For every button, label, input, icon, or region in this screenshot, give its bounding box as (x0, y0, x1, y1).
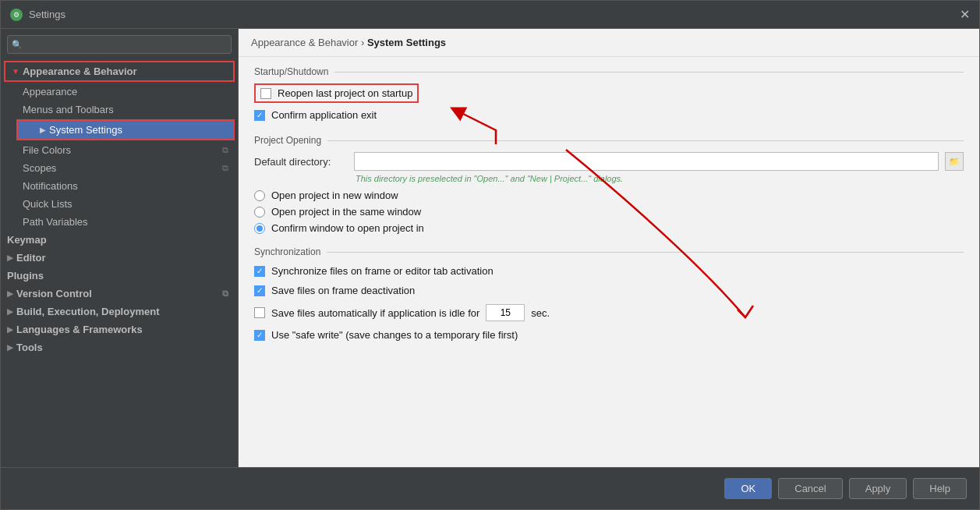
confirm-exit-row: Confirm application exit (254, 108, 964, 122)
safe-write-row: Use "safe write" (save changes to a temp… (254, 328, 964, 342)
reopen-checkbox[interactable] (260, 88, 271, 99)
sidebar-label-path-variables: Path Variables (23, 216, 88, 228)
sidebar-item-notifications[interactable]: Notifications (1, 177, 238, 195)
radio-confirm-window-btn[interactable] (254, 223, 265, 234)
sidebar-label-appearance: Appearance (23, 86, 77, 97)
save-deactivation-checkbox[interactable] (254, 285, 265, 296)
sidebar-label-menus-toolbars: Menus and Toolbars (23, 104, 114, 115)
sidebar-item-tools[interactable]: ▶ Tools (1, 338, 238, 356)
breadcrumb-current: System Settings (367, 37, 446, 48)
sync-label: Synchronization (254, 246, 964, 257)
save-deactivation-label: Save files on frame deactivation (271, 285, 415, 296)
main-content: 🔍 ▼ Appearance & Behavior Appearance Men… (1, 29, 979, 467)
startup-section: Startup/Shutdown Reopen last project on … (254, 66, 964, 122)
sync-files-label: Synchronize files on frame or editor tab… (271, 265, 494, 277)
breadcrumb-separator: › (361, 37, 364, 48)
radio-same-window: Open project in the same window (254, 206, 964, 218)
sidebar-item-scopes[interactable]: Scopes ⧉ (1, 159, 238, 177)
apply-button[interactable]: Apply (849, 478, 907, 499)
cancel-button[interactable]: Cancel (778, 478, 842, 499)
help-button[interactable]: Help (913, 478, 967, 499)
safe-write-checkbox[interactable] (254, 330, 265, 341)
sidebar-label-file-colors: File Colors (23, 144, 71, 156)
reopen-option-row: Reopen last project on startup (254, 83, 419, 103)
sidebar-item-version-control[interactable]: ▶ Version Control ⧉ (1, 285, 238, 303)
directory-hint: This directory is preselected in "Open..… (356, 174, 964, 183)
radio-confirm-window: Confirm window to open project in (254, 222, 964, 234)
search-input[interactable] (7, 35, 232, 54)
file-colors-icon: ⧉ (222, 145, 228, 155)
default-dir-input[interactable] (354, 152, 939, 171)
sidebar-label-editor: Editor (16, 252, 46, 264)
footer: OK Cancel Apply Help (1, 467, 979, 509)
sidebar-item-file-colors[interactable]: File Colors ⧉ (1, 141, 238, 159)
save-idle-suffix: sec. (531, 307, 550, 319)
default-dir-row: Default directory: 📁 (254, 152, 964, 171)
save-deactivation-row: Save files on frame deactivation (254, 283, 964, 298)
sidebar-item-build-execution[interactable]: ▶ Build, Execution, Deployment (1, 303, 238, 321)
sidebar-item-path-variables[interactable]: Path Variables (1, 213, 238, 231)
settings-dialog: ⚙ Settings ✕ 🔍 ▼ Appearance & Behavior A… (0, 0, 980, 510)
sync-files-checkbox[interactable] (254, 266, 265, 277)
sidebar-label-system-settings: System Settings (49, 124, 122, 136)
breadcrumb-parent: Appearance & Behavior (251, 37, 358, 48)
sidebar-label-languages-frameworks: Languages & Frameworks (16, 324, 143, 335)
version-control-icon: ⧉ (222, 289, 228, 299)
reopen-label: Reopen last project on startup (278, 87, 412, 99)
settings-panel: Appearance & Behavior › System Settings … (239, 29, 979, 467)
radio-same-window-btn[interactable] (254, 207, 265, 218)
ok-button[interactable]: OK (724, 478, 772, 499)
browse-folder-button[interactable]: 📁 (945, 152, 964, 171)
settings-panel-wrapper: Appearance & Behavior › System Settings … (239, 29, 979, 467)
sidebar-label-appearance-behavior: Appearance & Behavior (23, 66, 137, 77)
sidebar-item-appearance-behavior[interactable]: ▼ Appearance & Behavior (4, 61, 235, 82)
sidebar-label-tools: Tools (16, 342, 43, 353)
radio-confirm-window-label: Confirm window to open project in (271, 222, 424, 234)
idle-seconds-input[interactable] (486, 304, 525, 321)
radio-new-window-label: Open project in new window (271, 189, 398, 201)
breadcrumb: Appearance & Behavior › System Settings (239, 29, 979, 57)
sidebar-label-build-execution: Build, Execution, Deployment (16, 306, 159, 317)
safe-write-label: Use "safe write" (save changes to a temp… (271, 329, 518, 341)
radio-same-window-label: Open project in the same window (271, 206, 421, 218)
app-icon: ⚙ (10, 9, 23, 21)
sidebar-item-plugins[interactable]: Plugins (1, 267, 238, 285)
sidebar-item-editor[interactable]: ▶ Editor (1, 249, 238, 267)
confirm-exit-checkbox[interactable] (254, 110, 265, 121)
sidebar: 🔍 ▼ Appearance & Behavior Appearance Men… (1, 29, 239, 467)
save-idle-row: Save files automatically if application … (254, 303, 964, 323)
sidebar-item-system-settings[interactable]: ▶ System Settings (16, 119, 235, 140)
confirm-exit-label: Confirm application exit (271, 109, 377, 121)
section-content: Startup/Shutdown Reopen last project on … (239, 57, 979, 467)
sidebar-label-scopes: Scopes (23, 162, 56, 174)
scopes-icon: ⧉ (222, 163, 228, 173)
sync-files-row: Synchronize files on frame or editor tab… (254, 264, 964, 278)
save-idle-checkbox[interactable] (254, 307, 265, 318)
sidebar-item-quick-lists[interactable]: Quick Lists (1, 195, 238, 213)
search-icon: 🔍 (12, 40, 23, 50)
sidebar-item-appearance[interactable]: Appearance (1, 83, 238, 101)
synchronization-section: Synchronization Synchronize files on fra… (254, 246, 964, 342)
search-box: 🔍 (7, 35, 232, 54)
sidebar-label-notifications: Notifications (23, 180, 78, 192)
sidebar-label-keymap: Keymap (7, 234, 47, 246)
default-dir-label: Default directory: (254, 156, 348, 168)
title-bar: ⚙ Settings ✕ (1, 1, 979, 29)
project-opening-section: Project Opening Default directory: 📁 Thi… (254, 135, 964, 234)
sidebar-item-keymap[interactable]: Keymap (1, 231, 238, 249)
startup-section-label: Startup/Shutdown (254, 66, 964, 77)
dialog-title: Settings (29, 9, 65, 20)
project-opening-label: Project Opening (254, 135, 964, 146)
close-button[interactable]: ✕ (960, 9, 970, 21)
sidebar-label-plugins: Plugins (7, 270, 44, 282)
sidebar-item-menus-toolbars[interactable]: Menus and Toolbars (1, 101, 238, 119)
title-bar-left: ⚙ Settings (10, 9, 65, 21)
sidebar-item-languages-frameworks[interactable]: ▶ Languages & Frameworks (1, 321, 238, 338)
sidebar-label-quick-lists: Quick Lists (23, 198, 73, 210)
sidebar-label-version-control: Version Control (16, 288, 92, 299)
save-idle-label: Save files automatically if application … (271, 307, 479, 319)
radio-new-window: Open project in new window (254, 189, 964, 201)
radio-new-window-btn[interactable] (254, 190, 265, 201)
